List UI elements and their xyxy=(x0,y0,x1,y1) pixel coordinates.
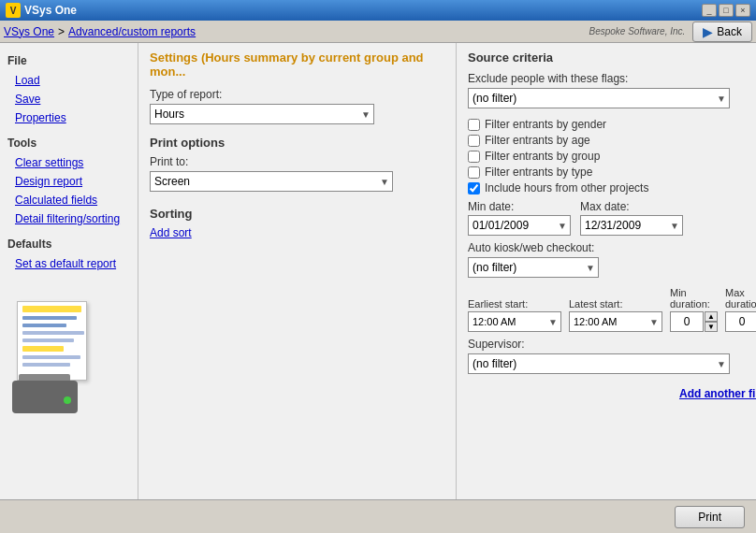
auto-kiosk-group: Auto kiosk/web checkout: (no filter) xyxy=(468,241,756,278)
breadcrumb: VSys One > Advanced/custom reports xyxy=(4,25,196,38)
checkbox-age-row: Filter entrants by age xyxy=(468,134,756,147)
sidebar-item-calculated-fields[interactable]: Calculated fields xyxy=(7,191,130,209)
close-button[interactable]: × xyxy=(735,4,750,17)
settings-title: Settings (Hours summary by current group… xyxy=(150,50,444,79)
print-options-title: Print options xyxy=(150,136,444,150)
exclude-flags-group: Exclude people with these flags: (no fil… xyxy=(468,72,756,108)
min-duration-down[interactable]: ▼ xyxy=(705,322,718,332)
maximize-button[interactable]: □ xyxy=(719,4,734,17)
add-sort-link[interactable]: Add sort xyxy=(150,226,192,239)
sorting-title: Sorting xyxy=(150,207,444,221)
print-button[interactable]: Print xyxy=(675,506,745,528)
max-date-select-wrapper[interactable]: 12/31/2009 xyxy=(580,215,683,236)
breadcrumb-reports[interactable]: Advanced/custom reports xyxy=(68,25,196,38)
latest-start-select-wrapper[interactable]: 12:00 AM xyxy=(569,311,662,332)
sidebar-item-design-report[interactable]: Design report xyxy=(7,172,130,191)
app-title: VSys One xyxy=(24,4,77,17)
sidebar-item-clear-settings[interactable]: Clear settings xyxy=(7,153,130,172)
main-container: File Load Save Properties Tools Clear se… xyxy=(0,43,756,499)
supervisor-label: Supervisor: xyxy=(468,338,756,351)
sidebar-item-set-default[interactable]: Set as default report xyxy=(7,254,130,273)
back-button[interactable]: ▶ Back xyxy=(692,22,752,42)
type-of-report-select[interactable]: Hours xyxy=(150,104,374,124)
sidebar-item-detail-filtering[interactable]: Detail filtering/sorting xyxy=(7,209,130,228)
supervisor-group: Supervisor: (no filter) xyxy=(468,338,756,374)
min-duration-spin-buttons[interactable]: ▲ ▼ xyxy=(705,311,718,332)
earliest-start-select-wrapper[interactable]: 12:00 AM xyxy=(468,311,561,332)
auto-kiosk-select-wrapper[interactable]: (no filter) xyxy=(468,257,599,278)
checkbox-gender-row: Filter entrants by gender xyxy=(468,118,756,131)
type-of-report-label: Type of report: xyxy=(150,88,444,101)
sidebar-item-save[interactable]: Save xyxy=(7,90,130,108)
min-duration-group: Min duration: ▲ ▼ xyxy=(670,287,718,332)
print-to-group: Print to: Screen xyxy=(150,155,444,192)
back-label: Back xyxy=(717,25,742,38)
checkbox-gender[interactable] xyxy=(468,119,480,131)
checkbox-hours[interactable] xyxy=(468,182,480,194)
latest-start-group: Latest start: 12:00 AM xyxy=(569,298,662,332)
sidebar-item-load[interactable]: Load xyxy=(7,71,130,90)
auto-kiosk-label: Auto kiosk/web checkout: xyxy=(468,241,756,254)
source-criteria-title: Source criteria xyxy=(468,50,756,65)
type-of-report-group: Type of report: Hours xyxy=(150,88,444,124)
min-date-select-wrapper[interactable]: 01/01/2009 xyxy=(468,215,571,236)
max-duration-spinbox[interactable]: ▲ ▼ xyxy=(725,311,756,332)
latest-start-select[interactable]: 12:00 AM xyxy=(569,311,662,332)
min-date-label: Min date: xyxy=(468,200,571,213)
sidebar-file-heading: File xyxy=(7,54,130,67)
minimize-button[interactable]: _ xyxy=(702,4,717,17)
exclude-flags-select[interactable]: (no filter) xyxy=(468,88,730,108)
min-duration-up[interactable]: ▲ xyxy=(705,311,718,322)
checkbox-type[interactable] xyxy=(468,166,480,179)
checkbox-group-row: Filter entrants by group xyxy=(468,150,756,163)
sidebar-item-properties[interactable]: Properties xyxy=(7,108,130,127)
checkbox-group[interactable] xyxy=(468,151,480,163)
checkbox-age-label: Filter entrants by age xyxy=(485,134,590,147)
checkbox-hours-row: Include hours from other projects xyxy=(468,181,756,194)
breadcrumb-sep: > xyxy=(58,25,65,38)
auto-kiosk-select[interactable]: (no filter) xyxy=(468,257,599,278)
back-icon: ▶ xyxy=(703,24,713,39)
title-buttons[interactable]: _ □ × xyxy=(702,4,750,17)
checkbox-group-label: Filter entrants by group xyxy=(485,150,600,163)
max-duration-input[interactable] xyxy=(725,311,756,332)
exclude-flags-select-wrapper[interactable]: (no filter) xyxy=(468,88,730,108)
exclude-flags-label: Exclude people with these flags: xyxy=(468,72,756,85)
sidebar: File Load Save Properties Tools Clear se… xyxy=(0,43,138,499)
max-duration-label: Max duration: xyxy=(725,287,756,310)
date-row: Min date: 01/01/2009 Max date: 12/31/200… xyxy=(468,200,756,236)
type-of-report-select-wrapper[interactable]: Hours xyxy=(150,104,374,124)
add-filter-link[interactable]: Add another filter xyxy=(679,387,756,400)
min-duration-input[interactable] xyxy=(670,311,704,332)
left-panel: Settings (Hours summary by current group… xyxy=(138,43,457,499)
breadcrumb-home[interactable]: VSys One xyxy=(4,25,54,38)
min-date-group: Min date: 01/01/2009 xyxy=(468,200,571,236)
min-duration-spinbox[interactable]: ▲ ▼ xyxy=(670,311,718,332)
bottom-bar: Print xyxy=(0,499,756,533)
supervisor-select[interactable]: (no filter) xyxy=(468,353,730,374)
checkbox-age[interactable] xyxy=(468,135,480,147)
bespoke-text: Bespoke Software, Inc. xyxy=(589,26,685,36)
checkbox-type-label: Filter entrants by type xyxy=(485,166,592,179)
sorting-section: Sorting Add sort xyxy=(150,207,444,239)
checkbox-hours-label: Include hours from other projects xyxy=(485,181,648,194)
min-date-select[interactable]: 01/01/2009 xyxy=(468,215,571,236)
max-date-group: Max date: 12/31/2009 xyxy=(580,200,683,236)
earliest-start-label: Earliest start: xyxy=(468,298,561,310)
print-to-select[interactable]: Screen xyxy=(150,171,393,192)
sidebar-defaults-heading: Defaults xyxy=(7,238,130,251)
print-to-select-wrapper[interactable]: Screen xyxy=(150,171,393,192)
checkbox-type-row: Filter entrants by type xyxy=(468,166,756,179)
max-date-select[interactable]: 12/31/2009 xyxy=(580,215,683,236)
supervisor-select-wrapper[interactable]: (no filter) xyxy=(468,353,730,374)
title-bar: V VSys One _ □ × xyxy=(0,0,756,21)
max-duration-group: Max duration: ▲ ▼ xyxy=(725,287,756,332)
print-to-label: Print to: xyxy=(150,155,444,168)
preview-container xyxy=(7,301,129,404)
min-duration-label: Min duration: xyxy=(670,287,718,310)
max-date-label: Max date: xyxy=(580,200,683,213)
latest-start-label: Latest start: xyxy=(569,298,662,310)
printer-icon xyxy=(12,362,87,413)
earliest-start-select[interactable]: 12:00 AM xyxy=(468,311,561,332)
sidebar-tools-heading: Tools xyxy=(7,137,130,150)
